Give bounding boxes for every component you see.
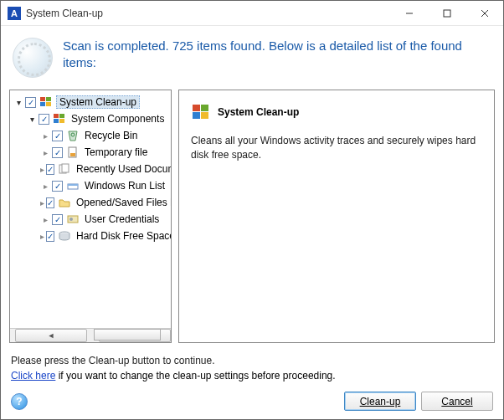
tree-item-run-list[interactable]: Windows Run List — [10, 177, 171, 194]
svg-rect-22 — [201, 105, 208, 111]
tree-label: Temporary file — [83, 146, 149, 158]
close-button[interactable] — [465, 1, 503, 25]
tree-label: Windows Run List — [83, 180, 167, 192]
svg-rect-7 — [46, 102, 51, 106]
checkbox[interactable] — [52, 131, 63, 141]
horizontal-scrollbar[interactable]: ◄ ► — [10, 328, 171, 342]
svg-rect-13 — [70, 153, 75, 156]
documents-icon — [58, 162, 71, 176]
expander-icon[interactable] — [40, 231, 44, 241]
svg-rect-9 — [59, 114, 64, 118]
svg-rect-11 — [59, 119, 64, 123]
tree-panel: System Clean-up System Components Recycl… — [9, 90, 172, 343]
tree-view[interactable]: System Clean-up System Components Recycl… — [10, 90, 171, 328]
svg-rect-1 — [444, 10, 450, 17]
tree-label: Hard Disk Free Space — [75, 230, 171, 242]
run-icon — [66, 179, 80, 192]
tree-label: System Components — [69, 113, 166, 125]
tree-item-opened-saved[interactable]: Opened/Saved Files History — [10, 194, 171, 211]
tree-group-system-components[interactable]: System Components — [10, 110, 171, 127]
title-bar: A System Clean-up — [1, 1, 503, 26]
footer: Please press the Clean-up button to cont… — [1, 348, 503, 419]
windows-flag-icon — [39, 95, 53, 109]
footer-settings-line: Click here if you want to change the cle… — [11, 370, 493, 382]
folder-icon — [58, 196, 71, 209]
expander-icon[interactable] — [40, 164, 44, 174]
expander-icon[interactable] — [40, 214, 50, 224]
svg-rect-24 — [201, 112, 208, 119]
button-bar: ? Clean-up Cancel — [11, 392, 493, 411]
expander-icon[interactable] — [27, 114, 37, 124]
detail-title: System Clean-up — [218, 106, 299, 118]
checkbox[interactable] — [46, 231, 54, 242]
checkbox[interactable] — [39, 114, 49, 125]
scroll-left-button[interactable]: ◄ — [15, 329, 87, 342]
svg-rect-17 — [68, 184, 78, 186]
checkbox[interactable] — [52, 214, 63, 225]
file-icon — [66, 146, 80, 159]
expander-icon[interactable] — [40, 197, 44, 207]
expander-icon[interactable] — [40, 131, 50, 141]
svg-rect-8 — [54, 114, 59, 118]
footer-instruction: Please press the Clean-up button to cont… — [11, 355, 493, 366]
windows-flag-icon — [191, 102, 211, 122]
svg-rect-21 — [193, 105, 200, 111]
svg-point-19 — [69, 218, 73, 221]
app-icon: A — [8, 7, 21, 20]
recycle-bin-icon — [66, 129, 80, 142]
tree-label: System Clean-up — [56, 95, 140, 109]
tree-label: User Credentials — [83, 213, 161, 225]
hard-disk-icon — [58, 229, 71, 243]
svg-rect-6 — [40, 102, 45, 106]
footer-settings-rest: if you want to change the clean-up setti… — [55, 370, 335, 382]
tree-item-temporary-file[interactable]: Temporary file — [10, 144, 171, 161]
cleanup-button[interactable]: Clean-up — [344, 392, 416, 411]
tree-label: Recycle Bin — [83, 130, 139, 141]
detail-description: Cleans all your Windows activity traces … — [191, 134, 482, 162]
expander-icon[interactable] — [40, 147, 50, 157]
header-text: Scan is completed. 725 items found. Belo… — [63, 38, 485, 72]
tree-label: Opened/Saved Files History — [75, 197, 171, 208]
minimize-button[interactable] — [390, 1, 428, 25]
credentials-icon — [66, 213, 80, 226]
tree-item-recently-used[interactable]: Recently Used Documents — [10, 161, 171, 177]
help-icon[interactable]: ? — [11, 393, 28, 410]
svg-rect-5 — [46, 97, 51, 101]
tree-label: Recently Used Documents — [75, 163, 171, 175]
scan-complete-icon — [13, 38, 53, 78]
detail-header: System Clean-up — [191, 102, 482, 122]
checkbox[interactable] — [46, 164, 54, 175]
maximize-button[interactable] — [428, 1, 465, 25]
checkbox[interactable] — [25, 97, 36, 108]
expander-icon[interactable] — [13, 97, 23, 107]
expander-icon[interactable] — [40, 181, 50, 191]
detail-panel: System Clean-up Cleans all your Windows … — [178, 90, 495, 343]
svg-rect-15 — [62, 164, 69, 172]
content-area: System Clean-up System Components Recycl… — [1, 90, 503, 348]
tree-item-hard-disk[interactable]: Hard Disk Free Space — [10, 228, 171, 244]
checkbox[interactable] — [46, 197, 54, 208]
svg-rect-4 — [40, 97, 45, 101]
header: Scan is completed. 725 items found. Belo… — [1, 26, 503, 90]
svg-rect-23 — [193, 112, 200, 119]
settings-link[interactable]: Click here — [11, 370, 55, 382]
window-title: System Clean-up — [26, 8, 390, 19]
cancel-button[interactable]: Cancel — [421, 392, 493, 411]
checkbox[interactable] — [52, 181, 63, 192]
tree-root-system-cleanup[interactable]: System Clean-up — [10, 94, 171, 110]
checkbox[interactable] — [52, 147, 63, 158]
windows-flag-icon — [53, 112, 66, 125]
scroll-thumb[interactable] — [94, 329, 161, 341]
tree-item-user-credentials[interactable]: User Credentials — [10, 211, 171, 228]
scroll-track[interactable] — [87, 329, 94, 342]
svg-rect-10 — [54, 119, 59, 123]
tree-item-recycle-bin[interactable]: Recycle Bin — [10, 127, 171, 144]
